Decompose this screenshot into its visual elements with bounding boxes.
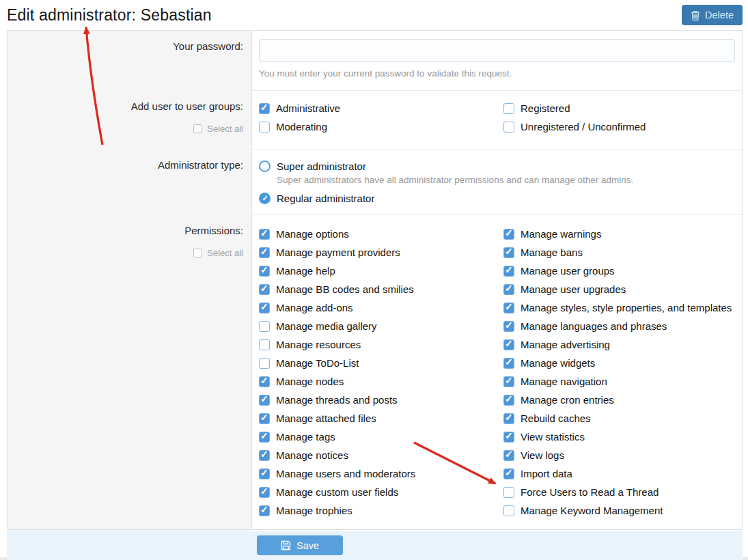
checkbox[interactable]: [259, 395, 270, 406]
permission-option-label: Manage tags: [276, 431, 335, 443]
permission-option-label: Manage user groups: [521, 265, 615, 277]
checkbox[interactable]: [503, 229, 514, 240]
password-input[interactable]: [259, 39, 735, 62]
permission-option[interactable]: Manage attached files: [259, 409, 503, 428]
checkbox[interactable]: [503, 413, 514, 424]
trash-icon: [691, 10, 700, 20]
checkbox[interactable]: [259, 247, 270, 258]
checkbox[interactable]: [503, 303, 514, 313]
select-all-checkbox[interactable]: [193, 124, 202, 133]
permission-option[interactable]: Manage bans: [503, 243, 735, 262]
checkbox[interactable]: [259, 468, 270, 479]
checkbox[interactable]: [503, 321, 514, 332]
checkbox[interactable]: [259, 358, 270, 369]
permissions-column-right: Manage warnings Manage bans Manage user …: [503, 225, 735, 520]
permission-option[interactable]: Manage navigation: [503, 372, 735, 391]
permission-option[interactable]: Manage languages and phrases: [503, 317, 735, 335]
checkbox[interactable]: [503, 376, 514, 387]
user-group-option[interactable]: Moderating: [259, 117, 503, 136]
permissions-column-left: Manage options Manage payment providers …: [259, 225, 503, 520]
password-row: Your password: You must enter your curre…: [8, 31, 742, 91]
permissions-select-all[interactable]: Select all: [14, 248, 243, 258]
checkbox[interactable]: [259, 376, 270, 387]
permission-option[interactable]: Import data: [503, 464, 735, 483]
checkbox[interactable]: [503, 284, 514, 295]
checkbox[interactable]: [503, 103, 514, 114]
permission-option[interactable]: Manage styles, style properties, and tem…: [503, 298, 735, 317]
select-all-checkbox[interactable]: [193, 249, 202, 257]
checkbox[interactable]: [503, 468, 514, 479]
checkbox[interactable]: [503, 266, 514, 277]
permission-option[interactable]: Rebuild caches: [503, 409, 735, 428]
permission-option[interactable]: Manage widgets: [503, 354, 735, 372]
permission-option[interactable]: Manage user groups: [503, 262, 735, 280]
permission-option-label: Manage add-ons: [276, 302, 353, 313]
checkbox[interactable]: [503, 122, 514, 132]
checkbox[interactable]: [503, 487, 514, 498]
permission-option[interactable]: Manage warnings: [503, 225, 735, 243]
checkbox[interactable]: [259, 284, 270, 295]
checkbox[interactable]: [503, 339, 514, 350]
permission-option[interactable]: Manage Keyword Management: [503, 501, 735, 520]
checkbox[interactable]: [259, 339, 270, 350]
checkbox[interactable]: [259, 103, 270, 114]
permission-option[interactable]: Force Users to Read a Thread: [503, 483, 735, 501]
permission-option[interactable]: Manage advertising: [503, 335, 735, 354]
permission-option[interactable]: Manage custom user fields: [259, 483, 503, 501]
checkbox[interactable]: [259, 303, 270, 313]
permission-option[interactable]: Manage trophies: [259, 501, 503, 520]
permission-option[interactable]: Manage nodes: [259, 372, 503, 391]
radio-button[interactable]: [259, 193, 271, 204]
checkbox[interactable]: [259, 122, 270, 132]
delete-button[interactable]: Delete: [682, 5, 743, 25]
checkbox[interactable]: [259, 432, 270, 443]
permission-option[interactable]: Manage notices: [259, 446, 503, 464]
permission-option[interactable]: Manage users and moderators: [259, 464, 503, 483]
permission-option[interactable]: Manage ToDo-List: [259, 354, 503, 372]
super-administrator-label: Super administrator: [277, 160, 366, 172]
checkbox[interactable]: [259, 505, 270, 516]
permission-option[interactable]: Manage payment providers: [259, 243, 503, 262]
checkbox[interactable]: [259, 450, 270, 461]
checkbox[interactable]: [259, 321, 270, 332]
checkbox[interactable]: [503, 505, 514, 516]
edit-administrator-form: Your password: You must enter your curre…: [7, 30, 743, 530]
permission-option[interactable]: Manage help: [259, 262, 503, 280]
user-group-option-label: Unregistered / Unconfirmed: [521, 121, 646, 132]
permission-option[interactable]: Manage resources: [259, 335, 503, 354]
user-group-option[interactable]: Registered: [503, 99, 735, 117]
save-button[interactable]: Save: [257, 535, 343, 555]
regular-administrator-option[interactable]: Regular administrator: [259, 190, 735, 206]
permission-option[interactable]: Manage threads and posts: [259, 391, 503, 409]
submit-bar: Save: [7, 531, 743, 560]
checkbox[interactable]: [259, 229, 270, 240]
checkbox[interactable]: [259, 487, 270, 498]
permission-option-label: Manage widgets: [521, 357, 595, 369]
permission-option[interactable]: Manage options: [259, 225, 503, 243]
permission-option[interactable]: View statistics: [503, 428, 735, 446]
permission-option[interactable]: Manage add-ons: [259, 298, 503, 317]
permission-option[interactable]: View logs: [503, 446, 735, 464]
permission-option[interactable]: Manage cron entries: [503, 391, 735, 409]
permission-option-label: Manage users and moderators: [276, 468, 415, 479]
permission-option[interactable]: Manage tags: [259, 428, 503, 446]
super-administrator-option[interactable]: Super administrator: [259, 158, 735, 174]
user-groups-select-all[interactable]: Select all: [14, 124, 243, 134]
permission-option[interactable]: Manage BB codes and smilies: [259, 280, 503, 298]
admin-type-label: Administrator type:: [158, 159, 243, 171]
permission-option-label: Manage user upgrades: [521, 283, 626, 295]
checkbox[interactable]: [503, 432, 514, 443]
permission-option[interactable]: Manage user upgrades: [503, 280, 735, 298]
radio-button[interactable]: [259, 160, 271, 172]
checkbox[interactable]: [503, 395, 514, 406]
checkbox[interactable]: [503, 450, 514, 461]
permission-option[interactable]: Manage media gallery: [259, 317, 503, 335]
checkbox[interactable]: [503, 247, 514, 258]
user-group-option[interactable]: Unregistered / Unconfirmed: [503, 117, 735, 136]
checkbox[interactable]: [259, 266, 270, 277]
select-all-label: Select all: [207, 248, 243, 258]
user-group-option[interactable]: Administrative: [259, 99, 503, 117]
admin-type-row: Administrator type: Super administrator …: [8, 150, 742, 215]
checkbox[interactable]: [503, 358, 514, 369]
checkbox[interactable]: [259, 413, 270, 424]
